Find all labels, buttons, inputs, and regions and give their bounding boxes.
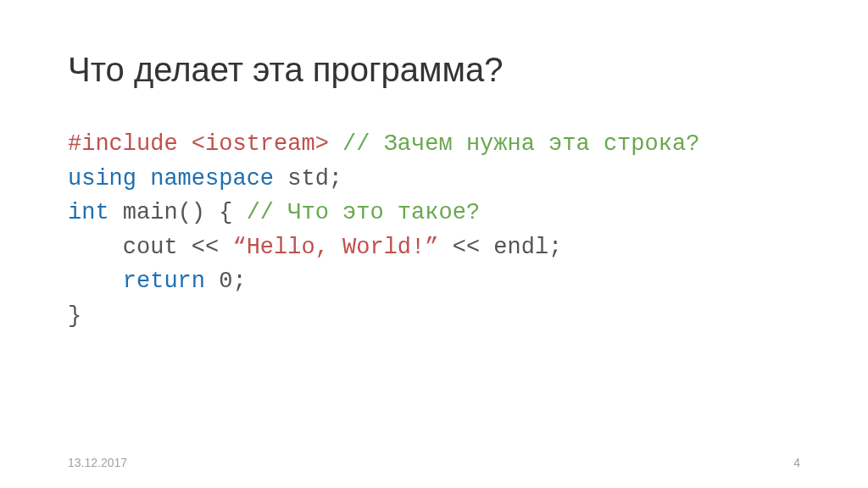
slide: Что делает эта программа? #include <iost… xyxy=(0,0,868,488)
ident-cout: cout xyxy=(123,235,178,260)
code-line-6: return 0; xyxy=(68,264,800,299)
footer-date: 13.12.2017 xyxy=(68,456,127,469)
code-line-5: cout << “Hello, World!” << endl; xyxy=(68,230,800,265)
kw-namespace: namespace xyxy=(150,166,287,191)
indent xyxy=(68,235,123,260)
kw-return: return xyxy=(123,269,219,294)
semi: ; xyxy=(232,269,246,294)
op-shift-2: << xyxy=(438,235,493,260)
semi: ; xyxy=(329,166,342,191)
ident-endl: endl xyxy=(493,235,548,260)
preproc-include: #include xyxy=(68,131,192,157)
slide-title: Что делает эта программа? xyxy=(68,51,800,89)
comment-2: // Что это такое? xyxy=(247,200,480,225)
code-line-7: } xyxy=(68,299,800,334)
space xyxy=(329,131,342,157)
semi: ; xyxy=(548,235,562,260)
string-hello: “Hello, World!” xyxy=(232,235,438,260)
comment-1: // Зачем нужна эта строка? xyxy=(342,131,699,157)
code-block: #include <iostream> // Зачем нужна эта с… xyxy=(68,127,800,333)
slide-footer: 13.12.2017 4 xyxy=(68,456,800,469)
ident-std: std xyxy=(287,166,329,191)
op-shift-1: << xyxy=(178,235,233,260)
kw-int: int xyxy=(68,200,123,225)
indent xyxy=(68,269,123,294)
ident-main: main xyxy=(123,200,178,225)
include-header: <iostream> xyxy=(192,131,329,157)
parens-brace: () { xyxy=(178,200,247,225)
code-line-2: using namespace std; xyxy=(68,162,800,197)
code-line-4: int main() { // Что это такое? xyxy=(68,196,800,230)
kw-using: using xyxy=(68,166,150,191)
code-line-1: #include <iostream> // Зачем нужна эта с… xyxy=(68,127,800,162)
val-zero: 0 xyxy=(219,269,232,294)
footer-page-number: 4 xyxy=(793,456,800,469)
